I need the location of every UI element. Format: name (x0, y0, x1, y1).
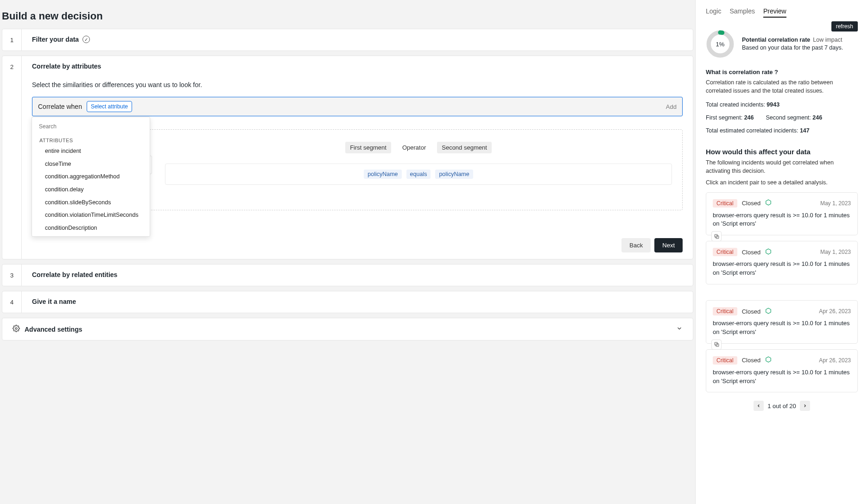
svg-marker-3 (766, 200, 771, 205)
second-segment-count: Second segment: 246 (766, 114, 823, 121)
pager-label: 1 out of 20 (767, 403, 796, 410)
col-second-segment: Second segment (437, 142, 492, 153)
main-column: Build a new decision 1 Filter your data … (0, 0, 695, 504)
tab-samples[interactable]: Samples (729, 7, 754, 18)
dropdown-item[interactable]: conditionDescription (32, 222, 150, 235)
total-created: Total created incidents: 9943 (706, 101, 858, 108)
dropdown-item[interactable]: condition.delay (32, 183, 150, 196)
rule-op: equals (406, 170, 431, 179)
side-tabs: Logic Samples Preview (706, 7, 858, 18)
incident-date: May 1, 2023 (820, 249, 851, 255)
first-segment-count: First segment: 246 (706, 114, 754, 121)
gauge-text: Potential correlation rateLow impact Bas… (742, 36, 843, 52)
incident-date: Apr 26, 2023 (819, 308, 851, 315)
incident-card[interactable]: Critical Closed May 1, 2023 browser-erro… (706, 192, 858, 236)
correlate-when-label: Correlate when (38, 103, 82, 110)
dropdown-item[interactable]: condition.aggregationMethod (32, 170, 150, 183)
rate-answer: Correlation rate is calculated as the ra… (706, 78, 858, 95)
dropdown-item[interactable]: condition.slideBySeconds (32, 196, 150, 209)
dropdown-item[interactable]: condition.violationTimeLimitSeconds (32, 209, 150, 222)
check-circle-icon: ✓ (82, 36, 90, 43)
col-operator: Operator (398, 142, 431, 153)
rate-question: What is correlation rate ? (706, 69, 858, 76)
collapse-panel-button[interactable]: › (695, 250, 696, 267)
chevron-down-icon (676, 325, 683, 333)
step-number: 1 (2, 29, 22, 50)
svg-point-0 (15, 328, 17, 329)
incident-card[interactable]: Critical Closed May 1, 2023 browser-erro… (706, 241, 858, 284)
entity-icon (765, 308, 772, 315)
severity-badge: Critical (713, 248, 737, 256)
add-link[interactable]: Add (666, 103, 677, 110)
step-entities[interactable]: 3 Correlate by related entities (2, 264, 693, 286)
rule-row: policyName equals policyName (165, 164, 672, 185)
incident-card[interactable]: Critical Closed Apr 26, 2023 browser-err… (706, 349, 858, 393)
step-title: Give it a name (32, 298, 76, 305)
affect-p2: Click an incident pair to see a detailed… (706, 178, 858, 187)
correlate-bar: Correlate when Select attribute Add ATTR… (32, 97, 683, 116)
gauge-title: Potential correlation rate (742, 37, 810, 43)
incident-state: Closed (742, 308, 760, 315)
severity-badge: Critical (713, 307, 737, 315)
dropdown-item[interactable]: entire incident (32, 145, 150, 158)
svg-marker-6 (766, 249, 771, 254)
dropdown-group-label: ATTRIBUTES (32, 134, 150, 145)
pager-next-button[interactable] (800, 401, 810, 411)
incident-card[interactable]: Critical Closed Apr 26, 2023 browser-err… (706, 300, 858, 344)
entity-icon (765, 199, 772, 207)
entity-icon (765, 356, 772, 364)
pager: 1 out of 20 (706, 401, 858, 411)
correlation-gauge: 1% (706, 30, 735, 58)
step-number: 3 (2, 265, 22, 286)
incident-state: Closed (742, 357, 760, 364)
step-filter[interactable]: 1 Filter your data ✓ (2, 29, 693, 51)
incident-message: browser-errors query result is >= 10.0 f… (713, 368, 851, 386)
step-title: Correlate by attributes (32, 63, 101, 70)
tab-logic[interactable]: Logic (706, 7, 721, 18)
affect-heading: How would this affect your data (706, 148, 858, 156)
advanced-settings[interactable]: Advanced settings (2, 318, 693, 340)
pair-link-icon (711, 231, 722, 241)
col-first-segment: First segment (345, 142, 391, 153)
step-number: 4 (2, 291, 22, 313)
select-attribute-button[interactable]: Select attribute (87, 101, 132, 112)
attribute-dropdown: ATTRIBUTES entire incident closeTime con… (32, 117, 150, 237)
gauge-subtitle: Based on your data for the past 7 days. (742, 44, 843, 52)
incident-message: browser-errors query result is >= 10.0 f… (713, 260, 851, 277)
estimated-correlated: Total estimated correlated incidents: 14… (706, 127, 858, 134)
incident-message: browser-errors query result is >= 10.0 f… (713, 211, 851, 229)
advanced-title: Advanced settings (25, 326, 672, 333)
side-panel: › Logic Samples Preview refresh 1% Poten… (695, 0, 868, 504)
severity-badge: Critical (713, 356, 737, 365)
step-correlate: 2 Correlate by attributes Select the sim… (2, 56, 693, 259)
rule-first: policyName (364, 170, 401, 179)
incident-state: Closed (742, 200, 760, 207)
svg-marker-7 (766, 308, 771, 314)
pager-prev-button[interactable] (754, 401, 764, 411)
pair-link-icon (711, 340, 722, 350)
step-title: Correlate by related entities (32, 271, 117, 278)
incident-state: Closed (742, 249, 760, 256)
gauge-percent: 1% (706, 30, 735, 58)
step-number: 2 (2, 56, 22, 259)
incident-date: May 1, 2023 (820, 200, 851, 207)
step-title: Filter your data (32, 36, 79, 43)
next-button[interactable]: Next (654, 238, 683, 252)
dropdown-item[interactable]: closeTime (32, 158, 150, 171)
back-button[interactable]: Back (621, 238, 651, 252)
gauge-impact: Low impact (813, 37, 842, 43)
refresh-button[interactable]: refresh (831, 21, 858, 32)
page-title: Build a new decision (0, 0, 695, 29)
rule-second: policyName (435, 170, 473, 179)
svg-marker-10 (766, 357, 771, 362)
dropdown-search-input[interactable] (36, 121, 146, 132)
incident-date: Apr 26, 2023 (819, 357, 851, 364)
step-name[interactable]: 4 Give it a name (2, 291, 693, 313)
step-description: Select the similarities or differences y… (32, 81, 683, 88)
incident-message: browser-errors query result is >= 10.0 f… (713, 319, 851, 337)
affect-p1: The following incidents would get correl… (706, 158, 858, 175)
tab-preview[interactable]: Preview (763, 7, 786, 18)
severity-badge: Critical (713, 199, 737, 208)
entity-icon (765, 248, 772, 256)
gear-icon (13, 325, 20, 334)
